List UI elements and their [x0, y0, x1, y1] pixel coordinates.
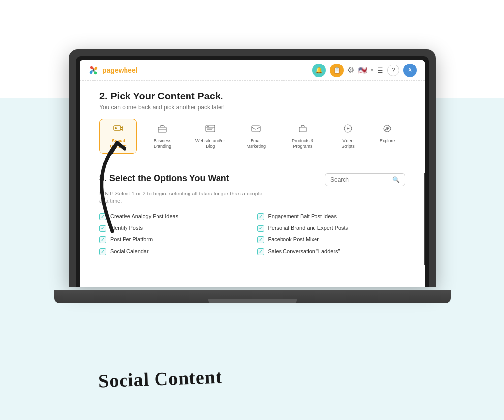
tab-website-blog[interactable]: Website and/or Blog: [188, 119, 233, 154]
nav-help-icon[interactable]: ?: [387, 65, 399, 76]
nav-menu-icon[interactable]: ☰: [377, 66, 383, 74]
tab-website-blog-label: Website and/or Blog: [193, 138, 227, 149]
laptop-base: [54, 290, 451, 303]
screen-bezel: pagewheel 🔔 📋 ⚙ 🇺🇸 ▾ ☰ ? A: [76, 56, 429, 287]
nav-flag-icon[interactable]: 🇺🇸: [358, 66, 367, 74]
label-personal-brand: Personal Brand and Expert Posts: [268, 225, 348, 232]
checkbox-social-calendar[interactable]: [99, 248, 106, 255]
svg-rect-12: [299, 127, 306, 132]
section3-title: 3. Select the Options You Want: [99, 173, 229, 184]
section3-hint: HINT! Select 1 or 2 to begin, selecting …: [99, 190, 267, 205]
laptop-outer: pagewheel 🔔 📋 ⚙ 🇺🇸 ▾ ☰ ? A: [69, 49, 436, 287]
nav-bell-icon[interactable]: 🔔: [312, 64, 326, 77]
label-engagement-bait: Engagement Bait Post Ideas: [268, 213, 337, 220]
label-post-per-platform: Post Per Platform: [110, 236, 153, 243]
checkbox-creative-analogy[interactable]: [99, 213, 106, 220]
logo-icon: [88, 65, 99, 76]
tab-social-content-label: Social Content: [105, 138, 131, 149]
pack-tabs: Social Content Business B: [99, 119, 405, 154]
section2-content: 2. Pick Your Content Pack. You can come …: [80, 81, 425, 173]
logo-text: pagewheel: [102, 66, 138, 74]
search-input[interactable]: [330, 176, 389, 183]
business-branding-icon: [157, 123, 168, 136]
option-personal-brand[interactable]: Personal Brand and Expert Posts: [257, 225, 406, 232]
tab-email-marketing-label: Email Marketing: [242, 138, 270, 149]
tab-video-scripts[interactable]: Video Scripts: [330, 119, 366, 154]
label-facebook-mixer: Facebook Post Mixer: [268, 236, 319, 243]
tab-business-branding-label: Business Branding: [146, 138, 178, 149]
options-grid: Creative Analogy Post Ideas Engagement B…: [99, 213, 405, 255]
search-submit-icon[interactable]: 🔍: [392, 176, 400, 183]
tab-social-content[interactable]: Social Content: [99, 119, 137, 154]
tab-email-marketing[interactable]: Email Marketing: [237, 119, 275, 154]
label-identity-posts: Identity Posts: [110, 225, 143, 232]
section2-subtitle: You can come back and pick another pack …: [99, 104, 405, 111]
checkbox-post-per-platform[interactable]: [99, 236, 106, 243]
option-social-calendar[interactable]: Social Calendar: [99, 248, 248, 255]
section2-title: 2. Pick Your Content Pack.: [99, 91, 405, 102]
option-identity-posts[interactable]: Identity Posts: [99, 225, 248, 232]
nav-icons: 🔔 📋 ⚙ 🇺🇸 ▾ ☰ ? A: [312, 64, 417, 77]
svg-point-7: [207, 126, 208, 127]
tab-video-scripts-label: Video Scripts: [336, 138, 360, 149]
label-sales-conversation: Sales Conversation "Ladders": [268, 248, 340, 255]
scene: pagewheel 🔔 📋 ⚙ 🇺🇸 ▾ ☰ ? A: [0, 0, 504, 420]
tab-explore-label: Explore: [380, 138, 395, 144]
option-sales-conversation[interactable]: Sales Conversation "Ladders": [257, 248, 406, 255]
checkbox-personal-brand[interactable]: [257, 225, 264, 232]
vertical-divider: [424, 173, 425, 265]
checkbox-facebook-mixer[interactable]: [257, 236, 264, 243]
label-social-calendar: Social Calendar: [110, 248, 149, 255]
checkbox-sales-conversation[interactable]: [257, 248, 264, 255]
nav-avatar[interactable]: A: [403, 64, 417, 77]
nav-dropdown-arrow: ▾: [371, 67, 373, 73]
tab-business-branding[interactable]: Business Branding: [141, 119, 184, 154]
nav-gear-icon[interactable]: ⚙: [347, 65, 354, 75]
navbar: pagewheel 🔔 📋 ⚙ 🇺🇸 ▾ ☰ ? A: [80, 60, 425, 81]
option-creative-analogy[interactable]: Creative Analogy Post Ideas: [99, 213, 248, 220]
option-post-per-platform[interactable]: Post Per Platform: [99, 236, 248, 243]
checkbox-identity-posts[interactable]: [99, 225, 106, 232]
tab-products-programs-label: Products & Programs: [284, 138, 321, 149]
svg-point-2: [115, 127, 117, 129]
laptop-screen: pagewheel 🔔 📋 ⚙ 🇺🇸 ▾ ☰ ? A: [80, 60, 425, 287]
video-scripts-icon: [343, 123, 353, 136]
tab-products-programs[interactable]: Products & Programs: [279, 119, 326, 154]
checkbox-engagement-bait[interactable]: [257, 213, 264, 220]
nav-clipboard-icon[interactable]: 📋: [330, 64, 344, 77]
label-creative-analogy: Creative Analogy Post Ideas: [110, 213, 178, 220]
svg-point-0: [92, 69, 94, 71]
svg-point-16: [386, 128, 388, 129]
option-facebook-mixer[interactable]: Facebook Post Mixer: [257, 236, 406, 243]
tab-explore[interactable]: Explore: [370, 119, 405, 154]
svg-marker-14: [347, 127, 350, 130]
explore-icon: [382, 123, 393, 136]
products-programs-icon: [297, 123, 308, 136]
select-header: 3. Select the Options You Want 🔍: [99, 173, 405, 186]
section3-content: 3. Select the Options You Want 🔍 HINT! S…: [80, 173, 425, 265]
svg-rect-11: [252, 126, 260, 132]
logo-area: pagewheel: [88, 65, 138, 76]
social-content-icon: [113, 123, 124, 136]
website-blog-icon: [205, 123, 216, 136]
option-engagement-bait[interactable]: Engagement Bait Post Ideas: [257, 213, 406, 220]
search-box[interactable]: 🔍: [325, 173, 405, 186]
svg-point-8: [208, 126, 209, 127]
email-marketing-icon: [251, 123, 261, 136]
social-content-annotation-label: Social Content: [98, 366, 222, 392]
